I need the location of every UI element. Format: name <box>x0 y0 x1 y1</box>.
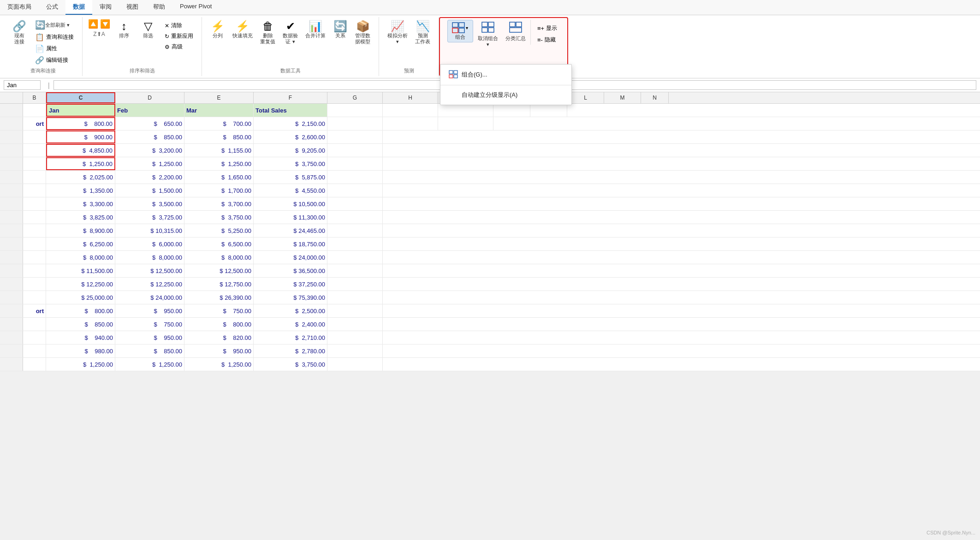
cell-1-d[interactable]: $ 650.00 <box>115 117 184 130</box>
btn-query-connect[interactable]: 📋 查询和连接 <box>32 32 77 42</box>
name-box[interactable] <box>4 80 41 90</box>
cell-16-d[interactable]: $ 750.00 <box>115 318 184 331</box>
btn-clear[interactable]: ✕ 清除 <box>162 21 196 30</box>
btn-consolidate[interactable]: 📊 合并计算 <box>303 19 328 41</box>
col-header-d[interactable]: D <box>115 92 184 103</box>
cell-12-d[interactable]: $ 12,500.00 <box>115 264 184 277</box>
cell-7-c[interactable]: $ 3,300.00 <box>46 197 115 210</box>
cell-header-b[interactable] <box>23 104 46 117</box>
btn-manage-model[interactable]: 📦 管理数据模型 <box>352 19 373 47</box>
cell-9-d[interactable]: $ 10,315.00 <box>115 224 184 237</box>
cell-1-f[interactable]: $ 2,150.00 <box>254 117 327 130</box>
cell-4-f[interactable]: $ 3,750.00 <box>254 157 327 170</box>
row-num-10[interactable] <box>0 237 23 250</box>
cell-7-f[interactable]: $ 10,500.00 <box>254 197 327 210</box>
btn-advanced[interactable]: ⚙ 高级 <box>162 42 196 52</box>
row-num-12[interactable] <box>0 264 23 277</box>
cell-10-f[interactable]: $ 18,750.00 <box>254 237 327 250</box>
col-header-n[interactable]: N <box>641 92 669 103</box>
cell-5-f[interactable]: $ 5,875.00 <box>254 171 327 184</box>
btn-relation[interactable]: 🔄 关系 <box>330 19 350 41</box>
cell-16-c[interactable]: $ 850.00 <box>46 318 115 331</box>
cell-8-e[interactable]: $ 3,750.00 <box>184 211 254 224</box>
cell-8-f[interactable]: $ 11,300.00 <box>254 211 327 224</box>
cell-1-e[interactable]: $ 700.00 <box>184 117 254 130</box>
cell-header-f[interactable]: Total Sales <box>254 104 327 117</box>
cell-7-e[interactable]: $ 3,700.00 <box>184 197 254 210</box>
btn-sort[interactable]: ↕️ 排序 <box>114 19 134 41</box>
tab-help[interactable]: 帮助 <box>146 0 172 15</box>
btn-forecast[interactable]: 📉 预测工作表 <box>412 19 433 47</box>
tab-review[interactable]: 审阅 <box>92 0 119 15</box>
row-num-1[interactable] <box>0 117 23 130</box>
col-header-m[interactable]: M <box>604 92 641 103</box>
btn-edit-links[interactable]: 🔗 编辑链接 <box>32 55 77 65</box>
btn-show-detail[interactable]: ≡+ 显示 <box>535 24 560 33</box>
cell-6-f[interactable]: $ 4,550.00 <box>254 184 327 197</box>
cell-19-e[interactable]: $ 1,250.00 <box>184 358 254 371</box>
cell-5-c[interactable]: $ 2,025.00 <box>46 171 115 184</box>
cell-16-e[interactable]: $ 800.00 <box>184 318 254 331</box>
cell-9-c[interactable]: $ 8,900.00 <box>46 224 115 237</box>
row-num-3[interactable] <box>0 144 23 157</box>
col-header-g[interactable]: G <box>327 92 383 103</box>
cell-5-d[interactable]: $ 2,200.00 <box>115 171 184 184</box>
cell-18-e[interactable]: $ 950.00 <box>184 344 254 357</box>
tab-formula[interactable]: 公式 <box>39 0 65 15</box>
cell-14-c[interactable]: $ 25,000.00 <box>46 291 115 304</box>
cell-18-c[interactable]: $ 980.00 <box>46 344 115 357</box>
cell-2-f[interactable]: $ 2,600.00 <box>254 131 327 143</box>
cell-16-f[interactable]: $ 2,400.00 <box>254 318 327 331</box>
sort-za-icon[interactable]: 🔽 <box>100 19 110 29</box>
cell-8-c[interactable]: $ 3,825.00 <box>46 211 115 224</box>
cell-14-d[interactable]: $ 24,000.00 <box>115 291 184 304</box>
btn-hide-detail[interactable]: ≡- 隐藏 <box>535 35 560 45</box>
cell-13-d[interactable]: $ 12,250.00 <box>115 278 184 291</box>
cell-15-d[interactable]: $ 950.00 <box>115 304 184 317</box>
cell-13-c[interactable]: $ 12,250.00 <box>46 278 115 291</box>
row-num-13[interactable] <box>0 278 23 291</box>
dropdown-auto-outline[interactable]: 自动建立分级显示(A) <box>440 87 571 103</box>
cell-9-e[interactable]: $ 5,250.00 <box>184 224 254 237</box>
row-num-4[interactable] <box>0 157 23 170</box>
row-num-17[interactable] <box>0 331 23 344</box>
cell-18-d[interactable]: $ 850.00 <box>115 344 184 357</box>
row-num-15[interactable] <box>0 304 23 317</box>
row-num-7[interactable] <box>0 197 23 210</box>
row-num-5[interactable] <box>0 171 23 184</box>
cell-6-e[interactable]: $ 1,700.00 <box>184 184 254 197</box>
cell-11-c[interactable]: $ 8,000.00 <box>46 251 115 264</box>
col-header-h[interactable]: H <box>383 92 438 103</box>
row-num-14[interactable] <box>0 291 23 304</box>
cell-11-d[interactable]: $ 8,000.00 <box>115 251 184 264</box>
cell-11-f[interactable]: $ 24,000.00 <box>254 251 327 264</box>
cell-header-d[interactable]: Feb <box>115 104 184 117</box>
cell-12-f[interactable]: $ 36,500.00 <box>254 264 327 277</box>
cell-3-e[interactable]: $ 1,155.00 <box>184 144 254 157</box>
sort-az-icon[interactable]: 🔼 <box>88 19 98 29</box>
cell-2-e[interactable]: $ 850.00 <box>184 131 254 143</box>
cell-3-f[interactable]: $ 9,205.00 <box>254 144 327 157</box>
cell-8-d[interactable]: $ 3,725.00 <box>115 211 184 224</box>
row-num-6[interactable] <box>0 184 23 197</box>
btn-filter[interactable]: ▽ 筛选 <box>138 19 158 41</box>
dropdown-group-g[interactable]: 组合(G)... <box>440 66 571 83</box>
cell-13-f[interactable]: $ 37,250.00 <box>254 278 327 291</box>
cell-14-f[interactable]: $ 75,390.00 <box>254 291 327 304</box>
row-num-19[interactable] <box>0 358 23 371</box>
cell-12-c[interactable]: $ 11,500.00 <box>46 264 115 277</box>
btn-ungroup[interactable]: 取消组合▾ <box>475 20 501 49</box>
cell-19-c[interactable]: $ 1,250.00 <box>46 358 115 371</box>
btn-remove-dup[interactable]: 🗑 删除重复值 <box>257 19 278 47</box>
cell-header-e[interactable]: Mar <box>184 104 254 117</box>
cell-10-e[interactable]: $ 6,500.00 <box>184 237 254 250</box>
cell-18-f[interactable]: $ 2,780.00 <box>254 344 327 357</box>
cell-12-e[interactable]: $ 12,500.00 <box>184 264 254 277</box>
cell-10-c[interactable]: $ 6,250.00 <box>46 237 115 250</box>
btn-group[interactable]: ▾ 组合 <box>447 20 473 42</box>
cell-15-f[interactable]: $ 2,500.00 <box>254 304 327 317</box>
cell-17-d[interactable]: $ 950.00 <box>115 331 184 344</box>
tab-view[interactable]: 视图 <box>119 0 146 15</box>
cell-header-c[interactable]: Jan <box>46 104 115 117</box>
cell-17-e[interactable]: $ 820.00 <box>184 331 254 344</box>
